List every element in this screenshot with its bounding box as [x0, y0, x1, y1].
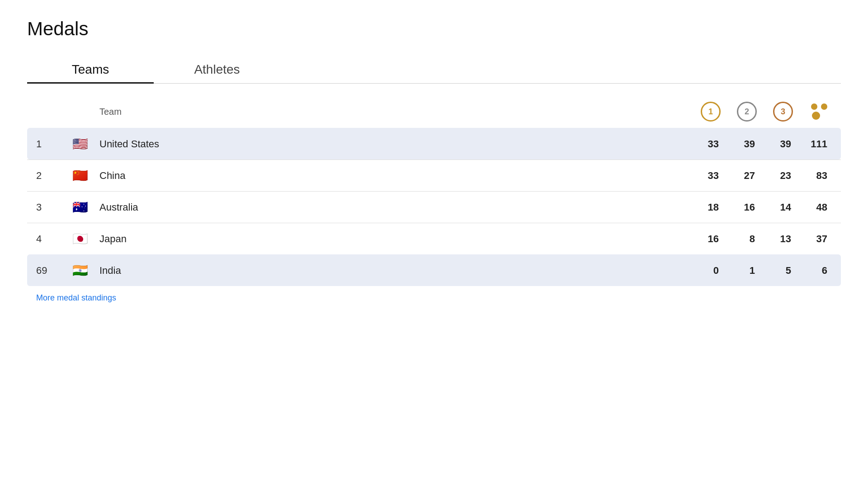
- gold-medal-icon: 1: [701, 102, 721, 122]
- row-bronze: 23: [760, 170, 796, 182]
- table-body: 1 🇺🇸 United States 33 39 39 111 2 🇨🇳 Chi…: [27, 128, 841, 286]
- tab-athletes[interactable]: Athletes: [154, 58, 280, 83]
- row-total: 111: [796, 138, 832, 150]
- row-rank: 3: [36, 202, 72, 213]
- row-name: Australia: [99, 202, 687, 213]
- row-name: United States: [99, 138, 687, 150]
- silver-medal-icon: 2: [737, 102, 757, 122]
- page-title: Medals: [27, 18, 841, 40]
- row-silver: 39: [723, 138, 760, 150]
- row-name: China: [99, 170, 687, 182]
- row-bronze: 14: [760, 202, 796, 213]
- row-gold: 18: [687, 202, 723, 213]
- row-bronze: 39: [760, 138, 796, 150]
- more-link[interactable]: More medal standings: [27, 293, 841, 303]
- medals-table: Team 1 2 3 1 🇺🇸 United States 33 39 39: [27, 97, 841, 286]
- bronze-medal-icon: 3: [773, 102, 793, 122]
- row-flag: 🇯🇵: [72, 231, 99, 246]
- row-flag: 🇮🇳: [72, 263, 99, 278]
- table-row[interactable]: 1 🇺🇸 United States 33 39 39 111: [27, 128, 841, 160]
- row-rank: 2: [36, 170, 72, 182]
- tab-teams[interactable]: Teams: [27, 58, 154, 83]
- row-rank: 4: [36, 233, 72, 245]
- row-rank: 69: [36, 265, 72, 277]
- total-medals-icon: [809, 102, 829, 122]
- row-total: 6: [796, 265, 832, 277]
- row-rank: 1: [36, 138, 72, 150]
- row-flag: 🇨🇳: [72, 168, 99, 183]
- row-gold: 16: [687, 233, 723, 245]
- row-total: 83: [796, 170, 832, 182]
- table-header: Team 1 2 3: [27, 97, 841, 126]
- table-row[interactable]: 4 🇯🇵 Japan 16 8 13 37: [27, 223, 841, 254]
- row-name: Japan: [99, 233, 687, 245]
- table-row[interactable]: 69 🇮🇳 India 0 1 5 6: [27, 254, 841, 286]
- row-gold: 0: [687, 265, 723, 277]
- row-flag: 🇺🇸: [72, 136, 99, 151]
- row-silver: 27: [723, 170, 760, 182]
- row-silver: 16: [723, 202, 760, 213]
- table-row[interactable]: 2 🇨🇳 China 33 27 23 83: [27, 160, 841, 191]
- row-silver: 1: [723, 265, 760, 277]
- row-silver: 8: [723, 233, 760, 245]
- team-col-header: Team: [99, 107, 687, 117]
- row-total: 37: [796, 233, 832, 245]
- row-gold: 33: [687, 170, 723, 182]
- row-total: 48: [796, 202, 832, 213]
- row-flag: 🇦🇺: [72, 200, 99, 215]
- row-name: India: [99, 265, 687, 277]
- row-bronze: 13: [760, 233, 796, 245]
- tabs-row: Teams Athletes: [27, 58, 841, 84]
- row-gold: 33: [687, 138, 723, 150]
- row-bronze: 5: [760, 265, 796, 277]
- table-row[interactable]: 3 🇦🇺 Australia 18 16 14 48: [27, 191, 841, 223]
